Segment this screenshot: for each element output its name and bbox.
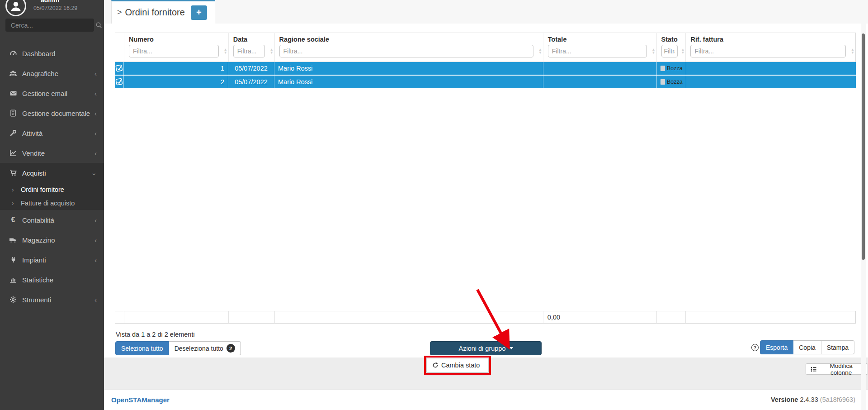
tab-chevron-icon: >	[117, 8, 122, 17]
sort-icon[interactable]: ▲▼	[270, 48, 274, 54]
dashboard-icon	[8, 50, 18, 57]
column-header-data: Data ▲▼	[229, 33, 275, 62]
table-header: Numero ▲▼ Data ▲▼ Ragione sociale ▲▼ Tot…	[115, 33, 856, 62]
euro-icon: €	[8, 216, 18, 224]
footer-cell	[124, 311, 229, 323]
sidebar-item-label: Strumenti	[22, 296, 51, 304]
export-button-group: Esporta Copia Stampa	[760, 340, 854, 354]
chevron-left-icon: ‹	[94, 110, 97, 117]
sidebar-item-magazzino[interactable]: Magazzino ‹	[0, 230, 104, 250]
deselect-all-label: Deseleziona tutto	[175, 345, 223, 352]
sidebar-item-impianti[interactable]: Impianti ‹	[0, 250, 104, 270]
sidebar-item-gestione-documentale[interactable]: Gestione documentale ‹	[0, 103, 104, 123]
sidebar-item-acquisti[interactable]: Acquisti ⌄	[0, 163, 104, 183]
sidebar-item-label: Attività	[22, 129, 42, 137]
search-input[interactable]	[5, 22, 95, 29]
add-order-button[interactable]: +	[191, 5, 207, 20]
search-icon[interactable]	[95, 19, 102, 32]
filter-input-totale[interactable]	[548, 45, 647, 57]
filter-input-data[interactable]	[233, 45, 265, 57]
sidebar-item-label: Anagrafiche	[22, 70, 58, 77]
sidebar: admin 05/07/2022 16:29 Dashboard	[0, 0, 104, 410]
sidebar-item-attivita[interactable]: Attività ‹	[0, 123, 104, 143]
sidebar-item-contabilita[interactable]: € Contabilità ‹	[0, 210, 104, 230]
sidebar-item-vendite[interactable]: Vendite ‹	[0, 143, 104, 163]
chevron-left-icon: ‹	[94, 296, 97, 304]
app-root: admin 05/07/2022 16:29 Dashboard	[0, 0, 868, 410]
sidebar-search	[5, 19, 94, 32]
check-square-icon	[115, 78, 123, 86]
footer-cell	[657, 311, 686, 323]
angle-right-icon: ›	[12, 200, 21, 207]
help-icon[interactable]: ?	[751, 344, 759, 351]
group-actions-dropdown-item-cambia-stato[interactable]: Cambia stato	[426, 358, 489, 372]
cell-data: 05/07/2022	[228, 62, 274, 75]
footer-cell	[229, 311, 275, 323]
print-button[interactable]: Stampa	[821, 340, 854, 354]
sidebar-item-label: Statistiche	[22, 276, 53, 284]
chevron-left-icon: ‹	[94, 236, 97, 244]
users-icon	[8, 70, 18, 77]
sort-icon[interactable]: ▲▼	[538, 48, 542, 54]
table-row[interactable]: 2 05/07/2022 Mario Rossi Bozza	[115, 76, 856, 89]
cell-stato: Bozza	[657, 76, 686, 88]
footer-cell-totale: 0,00	[543, 311, 657, 323]
table-row[interactable]: 1 05/07/2022 Mario Rossi Bozza	[115, 62, 856, 76]
filter-input-numero[interactable]	[129, 45, 219, 57]
sidebar-item-label: Magazzino	[22, 236, 55, 244]
brand-link[interactable]: OpenSTAManager	[111, 396, 170, 404]
filter-input-ragione-sociale[interactable]	[279, 45, 533, 57]
user-datetime: 05/07/2022 16:29	[33, 5, 77, 11]
sort-icon[interactable]: ▲▼	[681, 48, 685, 54]
chevron-left-icon: ‹	[94, 70, 97, 77]
group-actions-button[interactable]: Azioni di gruppo	[430, 341, 542, 355]
sidebar-item-anagrafiche[interactable]: Anagrafiche ‹	[0, 63, 104, 83]
column-label: Stato	[661, 36, 682, 43]
column-header-totale: Totale ▲▼	[543, 33, 657, 62]
check-square-icon	[115, 64, 123, 73]
sort-icon[interactable]: ▲▼	[851, 48, 854, 54]
column-label: Numero	[129, 36, 225, 43]
sidebar-item-ordini-fornitore[interactable]: › Ordini fornitore	[0, 183, 104, 196]
column-header-stato: Stato ▲▼	[657, 33, 686, 62]
select-all-button[interactable]: Seleziona tutto	[115, 341, 169, 355]
sidebar-item-strumenti[interactable]: Strumenti ‹	[0, 290, 104, 310]
status-badge: Bozza	[660, 79, 683, 85]
cell-totale	[543, 76, 657, 88]
scrollbar-thumb[interactable]	[862, 33, 865, 260]
status-label: Bozza	[667, 65, 683, 72]
wrench-icon	[8, 129, 18, 137]
page-title: Ordini fornitore	[125, 7, 185, 18]
status-label: Bozza	[667, 79, 683, 85]
cell-numero: 2	[124, 76, 228, 88]
sidebar-item-dashboard[interactable]: Dashboard	[0, 43, 104, 63]
export-button[interactable]: Esporta	[760, 340, 793, 354]
copy-button[interactable]: Copia	[793, 340, 821, 354]
sidebar-item-label: Gestione email	[22, 90, 67, 97]
sidebar-item-gestione-email[interactable]: Gestione email ‹	[0, 83, 104, 103]
chevron-left-icon: ‹	[94, 256, 97, 264]
cell-ragione-sociale: Mario Rossi	[274, 62, 543, 75]
filter-input-rif-fattura[interactable]	[690, 45, 846, 57]
sort-icon[interactable]: ▲▼	[652, 48, 656, 54]
user-icon	[9, 0, 23, 13]
truck-icon	[8, 237, 18, 243]
sidebar-item-statistiche[interactable]: Statistiche	[0, 270, 104, 290]
column-label: Rif. fattura	[690, 36, 852, 43]
cell-stato: Bozza	[657, 62, 686, 75]
column-label: Data	[233, 36, 271, 43]
draft-icon	[660, 66, 665, 71]
sort-icon[interactable]: ▲▼	[224, 48, 227, 54]
group-actions-label: Azioni di gruppo	[459, 345, 506, 352]
orders-table: Numero ▲▼ Data ▲▼ Ragione sociale ▲▼ Tot…	[115, 33, 856, 89]
deselect-all-button[interactable]: Deseleziona tutto 2	[169, 341, 241, 355]
edit-columns-button[interactable]: Modifica colonne	[806, 363, 868, 375]
filter-input-stato[interactable]	[661, 45, 678, 57]
cell-rif-fattura	[686, 76, 856, 88]
chevron-left-icon: ‹	[94, 90, 97, 97]
tab-ordini-fornitore[interactable]: > Ordini fornitore +	[111, 0, 215, 24]
row-select-cell[interactable]	[115, 62, 124, 75]
stats-icon	[8, 276, 18, 283]
row-select-cell[interactable]	[115, 76, 124, 88]
sidebar-item-fatture-di-acquisto[interactable]: › Fatture di acquisto	[0, 196, 104, 210]
